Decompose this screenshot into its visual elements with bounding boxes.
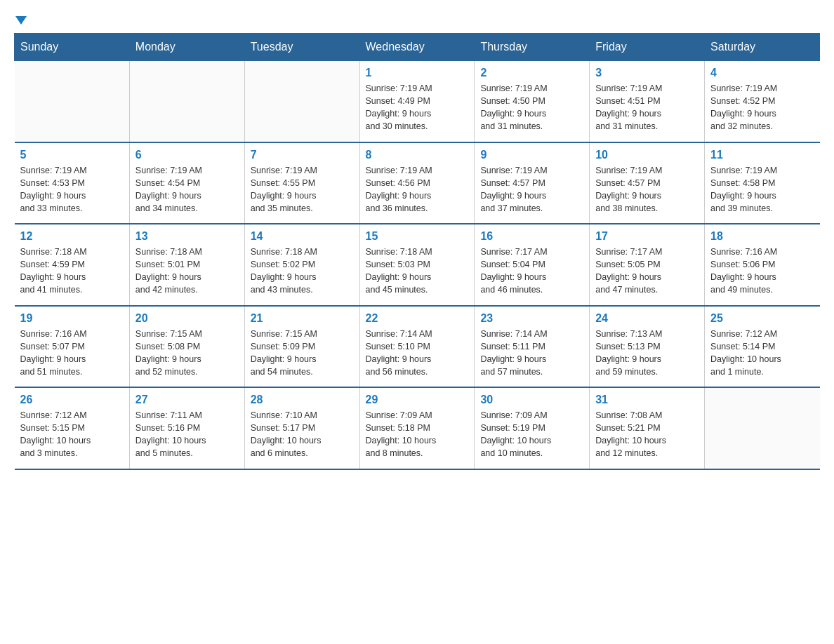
day-number: 22	[366, 312, 469, 325]
calendar-cell: 23Sunrise: 7:14 AM Sunset: 5:11 PM Dayli…	[475, 306, 590, 388]
logo-triangle-icon	[15, 16, 27, 25]
day-info: Sunrise: 7:18 AM Sunset: 5:02 PM Dayligh…	[251, 246, 354, 297]
day-info: Sunrise: 7:19 AM Sunset: 4:50 PM Dayligh…	[480, 82, 583, 133]
calendar-cell: 1Sunrise: 7:19 AM Sunset: 4:49 PM Daylig…	[359, 61, 475, 142]
calendar-cell: 2Sunrise: 7:19 AM Sunset: 4:50 PM Daylig…	[475, 61, 590, 142]
calendar-week-row: 12Sunrise: 7:18 AM Sunset: 4:59 PM Dayli…	[15, 224, 820, 306]
calendar-cell: 13Sunrise: 7:18 AM Sunset: 5:01 PM Dayli…	[129, 224, 244, 306]
day-info: Sunrise: 7:09 AM Sunset: 5:19 PM Dayligh…	[480, 409, 583, 460]
calendar-week-row: 5Sunrise: 7:19 AM Sunset: 4:53 PM Daylig…	[15, 142, 820, 224]
calendar-cell: 27Sunrise: 7:11 AM Sunset: 5:16 PM Dayli…	[129, 387, 244, 469]
day-number: 2	[480, 67, 583, 79]
weekday-header-monday: Monday	[129, 34, 244, 61]
day-number: 18	[710, 230, 814, 243]
day-info: Sunrise: 7:16 AM Sunset: 5:06 PM Dayligh…	[710, 246, 814, 297]
day-number: 10	[595, 149, 699, 161]
day-info: Sunrise: 7:08 AM Sunset: 5:21 PM Dayligh…	[595, 409, 699, 460]
day-number: 17	[595, 230, 699, 243]
weekday-header-sunday: Sunday	[15, 34, 130, 61]
calendar-cell: 10Sunrise: 7:19 AM Sunset: 4:57 PM Dayli…	[590, 142, 705, 224]
day-info: Sunrise: 7:19 AM Sunset: 4:56 PM Dayligh…	[366, 164, 469, 215]
day-info: Sunrise: 7:09 AM Sunset: 5:18 PM Dayligh…	[366, 409, 469, 460]
day-number: 27	[135, 394, 239, 406]
day-number: 4	[710, 67, 814, 79]
weekday-header-tuesday: Tuesday	[244, 34, 359, 61]
calendar-cell: 18Sunrise: 7:16 AM Sunset: 5:06 PM Dayli…	[705, 224, 820, 306]
logo	[14, 14, 29, 26]
calendar-cell: 8Sunrise: 7:19 AM Sunset: 4:56 PM Daylig…	[359, 142, 475, 224]
day-number: 14	[251, 230, 354, 243]
calendar-cell: 26Sunrise: 7:12 AM Sunset: 5:15 PM Dayli…	[15, 387, 130, 469]
day-info: Sunrise: 7:19 AM Sunset: 4:52 PM Dayligh…	[710, 82, 814, 133]
day-number: 25	[710, 312, 814, 325]
calendar-cell	[129, 61, 244, 142]
calendar-cell: 24Sunrise: 7:13 AM Sunset: 5:13 PM Dayli…	[590, 306, 705, 388]
day-number: 28	[251, 394, 354, 406]
header	[14, 14, 820, 26]
day-info: Sunrise: 7:15 AM Sunset: 5:09 PM Dayligh…	[251, 328, 354, 379]
day-info: Sunrise: 7:11 AM Sunset: 5:16 PM Dayligh…	[135, 409, 239, 460]
day-number: 31	[595, 394, 699, 406]
day-number: 20	[135, 312, 239, 325]
weekday-header-friday: Friday	[590, 34, 705, 61]
weekday-header-row: SundayMondayTuesdayWednesdayThursdayFrid…	[15, 34, 820, 61]
day-info: Sunrise: 7:12 AM Sunset: 5:14 PM Dayligh…	[710, 328, 814, 379]
calendar-cell: 4Sunrise: 7:19 AM Sunset: 4:52 PM Daylig…	[705, 61, 820, 142]
day-number: 7	[251, 149, 354, 161]
day-number: 29	[366, 394, 469, 406]
calendar-cell	[15, 61, 130, 142]
day-number: 9	[480, 149, 583, 161]
calendar-cell: 20Sunrise: 7:15 AM Sunset: 5:08 PM Dayli…	[129, 306, 244, 388]
calendar-cell: 21Sunrise: 7:15 AM Sunset: 5:09 PM Dayli…	[244, 306, 359, 388]
day-number: 16	[480, 230, 583, 243]
day-info: Sunrise: 7:19 AM Sunset: 4:55 PM Dayligh…	[251, 164, 354, 215]
day-info: Sunrise: 7:17 AM Sunset: 5:05 PM Dayligh…	[595, 246, 699, 297]
day-number: 19	[20, 312, 124, 325]
calendar-cell: 22Sunrise: 7:14 AM Sunset: 5:10 PM Dayli…	[359, 306, 475, 388]
day-number: 11	[710, 149, 814, 161]
day-info: Sunrise: 7:19 AM Sunset: 4:58 PM Dayligh…	[710, 164, 814, 215]
day-info: Sunrise: 7:13 AM Sunset: 5:13 PM Dayligh…	[595, 328, 699, 379]
calendar-cell: 25Sunrise: 7:12 AM Sunset: 5:14 PM Dayli…	[705, 306, 820, 388]
day-info: Sunrise: 7:19 AM Sunset: 4:51 PM Dayligh…	[595, 82, 699, 133]
day-info: Sunrise: 7:16 AM Sunset: 5:07 PM Dayligh…	[20, 328, 124, 379]
weekday-header-wednesday: Wednesday	[359, 34, 475, 61]
day-number: 12	[20, 230, 124, 243]
weekday-header-thursday: Thursday	[475, 34, 590, 61]
calendar-week-row: 26Sunrise: 7:12 AM Sunset: 5:15 PM Dayli…	[15, 387, 820, 469]
day-number: 1	[366, 67, 469, 79]
calendar-cell: 11Sunrise: 7:19 AM Sunset: 4:58 PM Dayli…	[705, 142, 820, 224]
calendar-cell: 9Sunrise: 7:19 AM Sunset: 4:57 PM Daylig…	[475, 142, 590, 224]
calendar-cell: 3Sunrise: 7:19 AM Sunset: 4:51 PM Daylig…	[590, 61, 705, 142]
calendar-cell: 31Sunrise: 7:08 AM Sunset: 5:21 PM Dayli…	[590, 387, 705, 469]
day-number: 24	[595, 312, 699, 325]
calendar-cell: 7Sunrise: 7:19 AM Sunset: 4:55 PM Daylig…	[244, 142, 359, 224]
day-info: Sunrise: 7:18 AM Sunset: 4:59 PM Dayligh…	[20, 246, 124, 297]
day-info: Sunrise: 7:12 AM Sunset: 5:15 PM Dayligh…	[20, 409, 124, 460]
calendar-cell	[244, 61, 359, 142]
day-info: Sunrise: 7:19 AM Sunset: 4:49 PM Dayligh…	[366, 82, 469, 133]
day-info: Sunrise: 7:18 AM Sunset: 5:01 PM Dayligh…	[135, 246, 239, 297]
calendar-cell: 15Sunrise: 7:18 AM Sunset: 5:03 PM Dayli…	[359, 224, 475, 306]
day-number: 3	[595, 67, 699, 79]
day-info: Sunrise: 7:19 AM Sunset: 4:54 PM Dayligh…	[135, 164, 239, 215]
day-number: 8	[366, 149, 469, 161]
calendar-cell: 12Sunrise: 7:18 AM Sunset: 4:59 PM Dayli…	[15, 224, 130, 306]
day-info: Sunrise: 7:10 AM Sunset: 5:17 PM Dayligh…	[251, 409, 354, 460]
day-number: 30	[480, 394, 583, 406]
calendar-cell: 14Sunrise: 7:18 AM Sunset: 5:02 PM Dayli…	[244, 224, 359, 306]
day-number: 23	[480, 312, 583, 325]
calendar-week-row: 1Sunrise: 7:19 AM Sunset: 4:49 PM Daylig…	[15, 61, 820, 142]
calendar-week-row: 19Sunrise: 7:16 AM Sunset: 5:07 PM Dayli…	[15, 306, 820, 388]
day-info: Sunrise: 7:14 AM Sunset: 5:10 PM Dayligh…	[366, 328, 469, 379]
day-info: Sunrise: 7:19 AM Sunset: 4:57 PM Dayligh…	[480, 164, 583, 215]
calendar-cell: 16Sunrise: 7:17 AM Sunset: 5:04 PM Dayli…	[475, 224, 590, 306]
day-info: Sunrise: 7:14 AM Sunset: 5:11 PM Dayligh…	[480, 328, 583, 379]
day-info: Sunrise: 7:19 AM Sunset: 4:57 PM Dayligh…	[595, 164, 699, 215]
calendar-cell: 19Sunrise: 7:16 AM Sunset: 5:07 PM Dayli…	[15, 306, 130, 388]
calendar-cell: 6Sunrise: 7:19 AM Sunset: 4:54 PM Daylig…	[129, 142, 244, 224]
weekday-header-saturday: Saturday	[705, 34, 820, 61]
calendar-cell: 28Sunrise: 7:10 AM Sunset: 5:17 PM Dayli…	[244, 387, 359, 469]
day-number: 6	[135, 149, 239, 161]
day-number: 26	[20, 394, 124, 406]
